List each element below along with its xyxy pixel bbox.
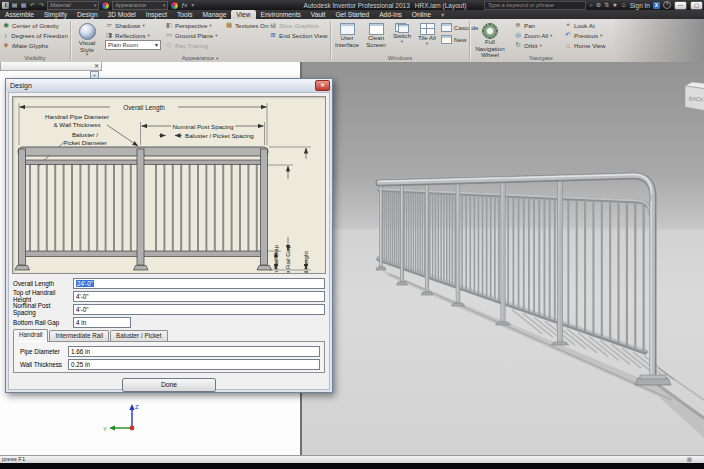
view-cube[interactable]: BACK [673,80,704,120]
end-section-view-button[interactable]: ⊞ End Section View▾ [267,30,334,40]
degrees-of-freedom-icon: ↕ [2,32,9,39]
status-grid-icon[interactable]: ▦ [687,456,692,462]
favorites-star-icon[interactable]: ★ [612,1,617,9]
appearance-group-label[interactable]: Appearance ▾ [71,55,329,61]
material-color-wheel-icon[interactable] [101,1,110,10]
textures-icon: ▦ [225,21,233,29]
parameters-fx-icon[interactable]: ƒx [181,2,187,8]
material-dropdown[interactable]: Material ▾ [47,1,99,10]
chevron-down-icon: ▾ [155,42,158,48]
overall-length-row: Overall Length 24'-0" [13,278,325,288]
help-icon[interactable]: ? [663,1,671,9]
tab-tools[interactable]: Tools [172,10,197,19]
shadows-button[interactable]: ▱ Shadows▾ [103,20,161,30]
tab-assemble[interactable]: Assemble [0,10,39,19]
railing-3d-render [302,62,704,455]
updates-icon[interactable]: ⇅ [604,1,609,9]
slice-graphics-button[interactable]: ◪ Slice Graphics [267,20,334,30]
done-button[interactable]: Done [122,378,216,392]
full-navigation-wheel-button[interactable]: Full Navigation Wheel [472,21,508,59]
dialog-close-button[interactable]: ✕ [315,80,330,91]
tab-manage[interactable]: Manage [197,10,231,19]
tools-wrench-icon[interactable]: ⚙ [596,1,601,9]
center-of-gravity-button[interactable]: ◉ Center of Gravity [0,20,70,30]
ribbon-minimize-icon[interactable]: ▾ [436,10,449,19]
diagram-nominal-post-spacing-label: Nominal Post Spacing [173,123,234,130]
tab-environments[interactable]: Environments [256,10,306,19]
redo-icon[interactable]: ↷ [38,2,45,9]
exchange-apps-icon[interactable]: X [653,2,660,9]
bottom-rail-gap-input[interactable]: 4 in [73,317,131,328]
tab-view[interactable]: View [231,10,255,19]
pan-button[interactable]: ⊕ Pan [512,20,554,30]
imate-glyphs-button[interactable]: ◈ iMate Glyphs [0,40,70,50]
wall-thickness-row: Wall Thickness 0.25 in [20,359,320,369]
ground-plane-button[interactable]: ▭ Ground Plane▾ [163,30,219,40]
user-icon[interactable]: ☺ [621,1,627,9]
chevron-down-icon: ▾ [93,2,96,8]
browser-panel-bar[interactable]: ✕ [0,62,102,71]
tab-add-ins[interactable]: Add-Ins [374,10,407,19]
visual-style-icon [79,23,96,40]
design-dialog[interactable]: Design ✕ [5,78,333,393]
search-binoculars-icon[interactable]: ⌕ [589,1,592,9]
ray-tracing-icon: ◇ [165,41,173,49]
previous-view-button[interactable]: ↶ Previous▾ [562,30,608,40]
tab-intermediate-rail[interactable]: Intermediate Rail [49,330,109,341]
model-viewport[interactable]: BACK [302,62,704,455]
orbit-button[interactable]: ↻ Orbit▾ [512,40,554,50]
reflections-button[interactable]: ◨ Reflections▾ [103,30,161,40]
tab-online[interactable]: Online [407,10,436,19]
tab-inspect[interactable]: Inspect [141,10,172,19]
ribbon: ◉ Center of Gravity ↕ Degrees of Freedom… [0,19,704,63]
user-interface-button[interactable]: User Interface [332,21,362,48]
switch-window-button[interactable]: Switch ▾ [390,21,414,44]
tab-get-started[interactable]: Get Started [330,10,374,19]
appearance-dropdown[interactable]: Appearance ▾ [112,1,168,10]
inventor-logo-icon[interactable]: I [2,2,9,9]
visual-style-button[interactable]: Visual Style ▾ [73,21,101,58]
appearance-color-wheel-icon[interactable] [170,1,179,10]
nominal-post-spacing-input[interactable]: 4'-0" [73,304,325,315]
room-style-dropdown[interactable]: Plain Room ▾ [105,40,161,50]
zoom-all-button[interactable]: ◎ Zoom All▾ [512,30,554,40]
tab-baluster-picket[interactable]: Baluster / Picket [110,330,168,341]
sign-in-link[interactable]: Sign In [630,2,650,9]
save-icon[interactable]: ▦ [20,2,27,9]
tab-3d-model[interactable]: 3D Model [103,10,141,19]
perspective-button[interactable]: ◧ Perspective▾ [163,20,219,30]
diagram-handrail-pipe-label-2: & Wall Thickness [53,121,100,128]
rail-tab-control: Handrail Intermediate Rail Baluster / Pi… [13,330,325,373]
clean-screen-button[interactable]: Clean Screen [363,21,389,48]
pipe-diameter-input[interactable]: 1.66 in [68,346,320,357]
tab-simplify[interactable]: Simplify [39,10,72,19]
top-of-handrail-height-input[interactable]: 4'-0" [73,291,325,302]
home-view-icon: ⌂ [564,42,572,49]
quick-access-toolbar: I ▤ ▦ ↶ ↷ Material ▾ Appearance ▾ ƒx ▾ [2,0,196,10]
tile-all-button[interactable]: Tile All ▾ [415,21,439,46]
center-of-gravity-icon: ◉ [2,21,10,29]
overall-length-value: 24'-0" [76,280,94,287]
overall-length-input[interactable]: 24'-0" [73,278,325,289]
undo-icon[interactable]: ↶ [29,2,36,9]
new-file-icon[interactable]: ▤ [11,2,18,9]
wall-thickness-input[interactable]: 0.25 in [68,359,320,370]
look-at-button[interactable]: ⌖ Look At [562,20,608,30]
dialog-title-bar[interactable]: Design ✕ [6,79,332,92]
close-icon[interactable]: ✕ [92,63,101,69]
tab-design[interactable]: Design [72,10,103,19]
overall-length-label: Overall Length [13,280,73,287]
home-view-button[interactable]: ⌂ Home View [562,40,608,50]
diagram-intermediate-rail-gap-label: Intermediate Rail Gap [284,244,291,273]
minimize-button[interactable]: — [674,1,687,10]
maximize-button[interactable]: ▢ [690,1,703,10]
tab-vault[interactable]: Vault [306,10,331,19]
railing-schematic: Overall Length Handrail Pipe Diameter & … [12,96,326,274]
qat-overflow-icon[interactable]: ▾ [189,2,196,9]
degrees-of-freedom-button[interactable]: ↕ Degrees of Freedom [0,30,70,40]
main-area: ✕ + Z Y [0,62,704,455]
tab-handrail[interactable]: Handrail [13,329,48,342]
perspective-icon: ◧ [165,21,173,29]
search-input[interactable]: Type a keyword or phrase [484,1,586,10]
ray-tracing-button[interactable]: ◇ Ray Tracing [163,40,219,50]
